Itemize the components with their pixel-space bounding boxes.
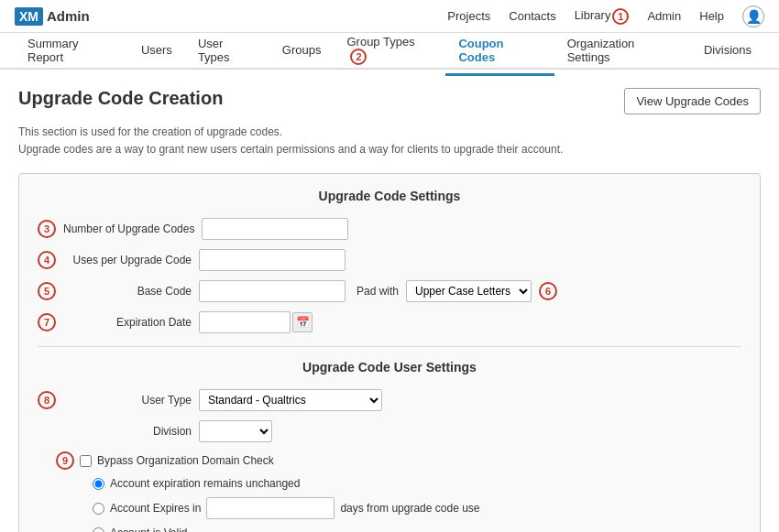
expiration-calendar-icon[interactable]: 📅 bbox=[292, 312, 313, 332]
xm-logo-mark: XM bbox=[15, 7, 43, 26]
user-avatar-icon[interactable]: 👤 bbox=[742, 5, 764, 27]
tab-coupon-codes[interactable]: Coupon Codes bbox=[445, 27, 554, 76]
annotation-8: 8 bbox=[38, 391, 56, 409]
user-type-label: User Type bbox=[63, 394, 192, 407]
uses-per-code-input[interactable] bbox=[199, 249, 346, 271]
user-type-select[interactable]: Standard - Qualtrics Basic Premium bbox=[199, 389, 382, 411]
upgrade-code-settings-title: Upgrade Code Settings bbox=[38, 189, 741, 203]
number-of-codes-label: Number of Upgrade Codes bbox=[63, 223, 194, 235]
pad-with-select[interactable]: Upper Case Letters Lower Case Letters Nu… bbox=[406, 280, 532, 302]
number-of-codes-input[interactable] bbox=[202, 218, 348, 240]
division-select[interactable] bbox=[199, 420, 272, 442]
tab-user-types[interactable]: User Types bbox=[185, 27, 269, 76]
settings-divider bbox=[38, 346, 741, 347]
group-types-badge: 2 bbox=[350, 49, 367, 65]
annotation-6: 6 bbox=[539, 282, 557, 300]
user-settings-title: Upgrade Code User Settings bbox=[38, 360, 741, 375]
radio-unchanged-label: Account expiration remains unchanged bbox=[110, 477, 300, 490]
expiration-date-input[interactable] bbox=[199, 311, 291, 333]
nav-help[interactable]: Help bbox=[699, 9, 724, 23]
admin-title: Admin bbox=[47, 8, 90, 24]
base-code-label: Base Code bbox=[63, 285, 192, 298]
settings-box: Upgrade Code Settings 3 Number of Upgrad… bbox=[18, 173, 761, 532]
expiry-days-input[interactable] bbox=[206, 497, 335, 519]
number-of-codes-row: 3 Number of Upgrade Codes bbox=[38, 218, 741, 240]
radio-expires-in[interactable] bbox=[93, 503, 104, 515]
bypass-row: 9 Bypass Organization Domain Check bbox=[38, 451, 741, 470]
radio-unchanged[interactable] bbox=[93, 478, 104, 490]
user-type-row: 8 User Type Standard - Qualtrics Basic P… bbox=[38, 389, 741, 411]
tab-summary-report[interactable]: Summary Report bbox=[15, 27, 128, 76]
base-code-input[interactable] bbox=[199, 280, 346, 302]
xm-logo[interactable]: XM Admin bbox=[15, 7, 90, 26]
tab-group-types[interactable]: Group Types2 bbox=[334, 26, 445, 77]
days-from-upgrade-label: days from upgrade code use bbox=[340, 502, 479, 515]
tab-users[interactable]: Users bbox=[128, 34, 185, 69]
radio-valid-label: Account is Valid bbox=[110, 527, 188, 532]
base-code-row: 5 Base Code Pad with Upper Case Letters … bbox=[38, 280, 741, 302]
tab-divisions[interactable]: Divisions bbox=[691, 34, 764, 69]
nav-contacts[interactable]: Contacts bbox=[509, 9, 555, 23]
annotation-3: 3 bbox=[38, 220, 56, 238]
tab-groups[interactable]: Groups bbox=[269, 34, 335, 69]
nav-projects[interactable]: Projects bbox=[447, 9, 490, 23]
pad-with-label: Pad with bbox=[357, 285, 399, 298]
top-nav-left: XM Admin bbox=[15, 7, 90, 26]
nav-admin[interactable]: Admin bbox=[647, 9, 681, 23]
radio-expires-in-label: Account Expires in bbox=[110, 502, 201, 515]
radio-unchanged-row: Account expiration remains unchanged bbox=[38, 477, 741, 490]
view-upgrade-codes-button[interactable]: View Upgrade Codes bbox=[624, 88, 761, 114]
expiry-days-row: Account Expires in days from upgrade cod… bbox=[38, 497, 741, 519]
library-badge: 1 bbox=[612, 8, 629, 25]
division-label: Division bbox=[63, 425, 192, 438]
annotation-4: 4 bbox=[38, 251, 56, 269]
sub-navigation: Summary Report Users User Types Groups G… bbox=[0, 33, 779, 70]
page-header: Upgrade Code Creation View Upgrade Codes bbox=[18, 88, 761, 114]
bypass-checkbox[interactable] bbox=[80, 455, 92, 467]
page-description: This section is used for the creation of… bbox=[18, 124, 761, 158]
expiration-date-label: Expiration Date bbox=[63, 316, 192, 329]
bypass-label: Bypass Organization Domain Check bbox=[97, 454, 274, 467]
page-title: Upgrade Code Creation bbox=[18, 88, 223, 109]
radio-valid[interactable] bbox=[93, 527, 104, 532]
tab-org-settings[interactable]: Organization Settings bbox=[554, 27, 691, 76]
annotation-5: 5 bbox=[38, 282, 56, 300]
top-nav-right: Projects Contacts Library1 Admin Help 👤 bbox=[447, 5, 764, 27]
annotation-9: 9 bbox=[56, 451, 74, 470]
expiration-date-row: 7 Expiration Date 📅 bbox=[38, 311, 741, 333]
expiration-date-wrap: 📅 bbox=[199, 311, 313, 333]
uses-per-code-row: 4 Uses per Upgrade Code bbox=[38, 249, 741, 271]
division-row: Division bbox=[38, 420, 741, 442]
main-content: Upgrade Code Creation View Upgrade Codes… bbox=[0, 70, 779, 532]
annotation-7: 7 bbox=[38, 313, 56, 331]
nav-library[interactable]: Library1 bbox=[575, 8, 630, 25]
uses-per-code-label: Uses per Upgrade Code bbox=[63, 254, 192, 266]
radio-valid-row: Account is Valid bbox=[38, 527, 741, 532]
